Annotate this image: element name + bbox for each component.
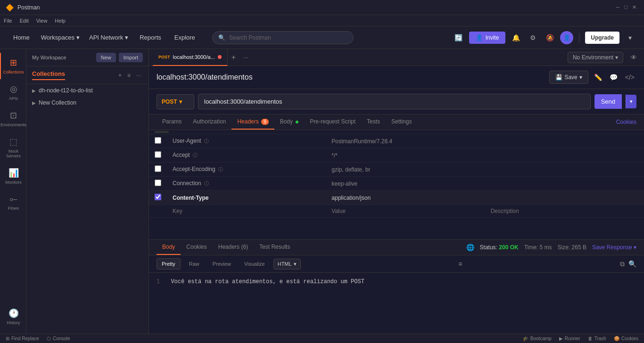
- sidebar-item-mock-servers[interactable]: ⬚ Mock Servers: [0, 132, 26, 163]
- format-visualize[interactable]: Visualize: [239, 259, 270, 269]
- panel-collections-label: Collections: [32, 70, 65, 80]
- response-tab-body[interactable]: Body: [157, 240, 181, 255]
- size-text: Size: 265 B: [558, 244, 586, 251]
- response-tab-cookies[interactable]: Cookies: [181, 240, 212, 255]
- nav-api-network[interactable]: API Network ▾: [85, 31, 132, 44]
- info-icon-0[interactable]: ⓘ: [204, 139, 209, 144]
- tab-pre-request[interactable]: Pre-request Script: [304, 114, 361, 130]
- type-select[interactable]: HTML ▾: [273, 259, 301, 270]
- format-preview[interactable]: Preview: [208, 259, 236, 269]
- info-icon-1[interactable]: ⓘ: [193, 153, 198, 158]
- new-desc-input[interactable]: [491, 208, 638, 214]
- format-pretty[interactable]: Pretty: [157, 258, 181, 270]
- header-checkbox-3[interactable]: [155, 180, 161, 186]
- collections-icon: ⊞: [10, 57, 17, 68]
- sidebar-item-history[interactable]: 🕐 History: [0, 303, 26, 330]
- url-input[interactable]: [198, 94, 591, 109]
- info-icon-3[interactable]: ⓘ: [204, 181, 209, 186]
- header-checkbox-0[interactable]: [155, 137, 161, 144]
- save-response-btn[interactable]: Save Response ▾: [592, 244, 636, 251]
- header-checkbox-2[interactable]: [155, 165, 161, 172]
- copy-response-btn[interactable]: ⧉: [620, 260, 625, 268]
- nav-reports[interactable]: Reports: [134, 31, 167, 44]
- eye-icon-btn[interactable]: 👁: [627, 51, 640, 64]
- more-options-btn[interactable]: ···: [134, 71, 143, 80]
- new-value-input[interactable]: [331, 208, 479, 214]
- notifications-btn[interactable]: 🔔: [509, 31, 522, 44]
- send-button[interactable]: Send: [594, 94, 622, 109]
- search-response-btn[interactable]: 🔍: [628, 260, 636, 268]
- request-tab-0[interactable]: POST localhost:3000/a...: [153, 49, 228, 66]
- bell-btn[interactable]: 🔕: [543, 31, 556, 44]
- tab-headers[interactable]: Headers 9: [231, 114, 274, 130]
- header-value-0: PostmanRuntime/7.28.4: [326, 134, 485, 148]
- runner-label: Runner: [565, 336, 580, 341]
- user-avatar[interactable]: 👤: [560, 31, 573, 44]
- menu-view[interactable]: View: [36, 18, 48, 24]
- info-icon-2[interactable]: ⓘ: [218, 167, 223, 172]
- wrap-text-btn[interactable]: ≡: [458, 260, 462, 268]
- upgrade-button[interactable]: Upgrade: [585, 32, 619, 44]
- header-checkbox-4[interactable]: [155, 194, 161, 200]
- tab-body[interactable]: Body: [274, 114, 305, 130]
- tab-tests[interactable]: Tests: [361, 114, 386, 130]
- add-tab-btn[interactable]: +: [228, 53, 239, 62]
- console-btn[interactable]: ⬡ Console: [47, 336, 70, 341]
- nav-explore[interactable]: Explore: [169, 31, 201, 44]
- sidebar-item-flows[interactable]: ⟜ Flows: [0, 189, 26, 215]
- globe-icon: 🌐: [466, 244, 474, 251]
- sync-icon-btn[interactable]: 🔄: [452, 31, 465, 44]
- environment-selector[interactable]: No Environment ▾: [568, 52, 623, 63]
- menu-help[interactable]: Help: [55, 18, 66, 24]
- collection-item-0[interactable]: ▶ dh-node-t12-to-do-list: [26, 84, 149, 97]
- new-key-input[interactable]: [173, 208, 320, 214]
- sidebar-item-monitors[interactable]: 📊 Monitors: [0, 163, 26, 189]
- sidebar-item-apis[interactable]: ◎ APIs: [0, 79, 26, 106]
- menu-file[interactable]: File: [4, 18, 12, 24]
- edit-icon-btn[interactable]: ✏️: [592, 72, 604, 83]
- find-replace-label: Find Replace: [11, 336, 39, 341]
- sidebar-item-collections[interactable]: ⊞ Collections: [0, 53, 26, 79]
- response-tab-headers[interactable]: Headers (6): [213, 240, 254, 255]
- search-icon: 🔍: [218, 34, 225, 41]
- environments-icon: ⊡: [10, 110, 17, 121]
- cookies-btn[interactable]: 🍪 Cookies: [614, 336, 638, 341]
- header-key-4: Content-Type: [167, 191, 326, 205]
- search-box[interactable]: 🔍 Search Postman: [212, 31, 354, 44]
- settings-btn[interactable]: ⚙: [526, 31, 539, 44]
- method-select[interactable]: POST ▾: [157, 94, 194, 109]
- menu-edit[interactable]: Edit: [20, 18, 29, 24]
- add-collection-btn[interactable]: +: [116, 71, 124, 80]
- maximize-btn[interactable]: □: [622, 4, 629, 10]
- runner-btn[interactable]: ▶ Runner: [559, 336, 580, 341]
- new-button[interactable]: New: [96, 53, 116, 62]
- tab-params[interactable]: Params: [157, 114, 187, 130]
- sidebar-item-environments[interactable]: ⊡ Environments: [0, 106, 26, 132]
- format-raw[interactable]: Raw: [184, 259, 204, 269]
- sidebar-bottom: 🕐 History: [0, 303, 26, 330]
- tab-authorization[interactable]: Authorization: [187, 114, 231, 130]
- import-button[interactable]: Import: [119, 53, 143, 62]
- comment-icon-btn[interactable]: 💬: [608, 72, 619, 83]
- header-desc-4: [485, 191, 644, 205]
- invite-button[interactable]: 👤 Invite: [469, 32, 506, 44]
- nav-home[interactable]: Home: [8, 31, 35, 44]
- send-dropdown-btn[interactable]: ▾: [626, 95, 636, 108]
- minimize-btn[interactable]: ─: [614, 4, 622, 10]
- response-tab-test-results[interactable]: Test Results: [254, 240, 296, 255]
- close-btn[interactable]: ✕: [630, 4, 638, 10]
- sort-btn[interactable]: ≡: [125, 71, 132, 80]
- tab-settings[interactable]: Settings: [386, 114, 417, 130]
- tab-more-btn[interactable]: ···: [239, 54, 252, 61]
- save-button[interactable]: 💾 Save ▾: [549, 71, 588, 84]
- bootcamp-btn[interactable]: 🎓 Bootcamp: [523, 336, 552, 341]
- code-icon-btn[interactable]: </>: [623, 72, 636, 83]
- expand-btn[interactable]: ▾: [623, 31, 636, 44]
- nav-workspaces[interactable]: Workspaces ▾: [37, 31, 83, 44]
- collection-item-1[interactable]: ▶ New Collection: [26, 97, 149, 109]
- table-row-scroll-indicator: [149, 130, 644, 134]
- find-replace-btn[interactable]: ⊞ Find Replace: [6, 336, 39, 341]
- trash-btn[interactable]: 🗑 Trash: [588, 336, 606, 341]
- header-checkbox-1[interactable]: [155, 151, 161, 158]
- cookies-link[interactable]: Cookies: [616, 119, 636, 125]
